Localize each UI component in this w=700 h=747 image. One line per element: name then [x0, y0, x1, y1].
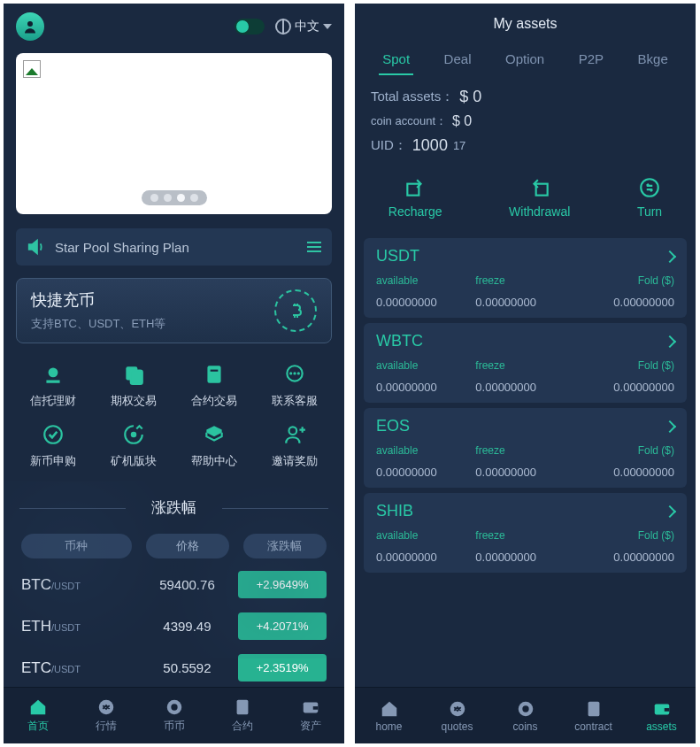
page-title: My assets [355, 4, 696, 39]
announcement-bar[interactable]: Star Pool Sharing Plan [16, 228, 332, 266]
grid-mining[interactable]: 矿机版块 [96, 418, 172, 473]
announcement-text: Star Pool Sharing Plan [55, 240, 189, 255]
quick-title: 快捷充币 [31, 289, 165, 311]
grid-contract[interactable]: 合约交易 [177, 358, 252, 412]
tab-home[interactable]: 首页 [4, 688, 72, 743]
withdrawal-button[interactable]: Withdrawal [509, 176, 570, 219]
svg-rect-26 [588, 701, 599, 716]
tab-p2p[interactable]: P2P [575, 44, 607, 75]
left-tabbar: 首页 行情 币币 合约 资产 [4, 687, 344, 743]
tab-coins[interactable]: coins [491, 688, 559, 743]
carousel-dots[interactable] [142, 190, 207, 205]
language-label: 中文 [295, 19, 319, 35]
banner-carousel[interactable] [16, 53, 332, 214]
svg-point-12 [131, 432, 137, 438]
chevron-right-icon [664, 250, 676, 262]
svg-rect-21 [535, 184, 547, 196]
quick-deposit-card[interactable]: 快捷充币 支持BTC、USDT、ETH等 [16, 278, 332, 343]
left-screen: 中文 Star Pool Sharing Plan 快捷充币 支持BTC、USD… [4, 4, 344, 743]
svg-point-1 [49, 367, 58, 377]
grid-options[interactable]: 期权交易 [96, 358, 172, 412]
table-row[interactable]: BTC/USDT59400.76+2.9649% [4, 564, 344, 605]
coin-card[interactable]: WBTC availablefreezeFold ($) 0.000000000… [364, 323, 687, 403]
feature-grid: 信托理财 期权交易 合约交易 联系客服 新币申购 矿机版块 帮助中心 邀请奖励 [16, 358, 332, 473]
summary: Total assets：$ 0 coin account：$ 0 UID：10… [355, 75, 696, 166]
broken-image-icon [23, 60, 41, 78]
svg-point-22 [641, 179, 658, 196]
svg-rect-19 [312, 706, 318, 710]
svg-point-16 [171, 704, 177, 710]
tab-quotes[interactable]: 行情 [72, 688, 140, 743]
chevron-right-icon [664, 504, 676, 517]
avatar[interactable] [16, 12, 44, 41]
coin-card[interactable]: USDT availablefreezeFold ($) 0.000000000… [364, 238, 687, 318]
svg-rect-4 [131, 371, 142, 384]
table-row[interactable]: ETH/USDT4399.49+4.2071% [4, 605, 344, 647]
quick-sub: 支持BTC、USDT、ETH等 [31, 316, 165, 332]
svg-point-23 [450, 701, 465, 716]
tab-assets[interactable]: assets [627, 688, 696, 743]
svg-rect-5 [207, 366, 220, 383]
svg-point-13 [288, 427, 296, 435]
tab-contract[interactable]: 合约 [208, 688, 276, 743]
svg-point-10 [296, 372, 299, 374]
theme-toggle[interactable] [235, 19, 265, 35]
turn-button[interactable]: Turn [637, 176, 662, 219]
svg-point-25 [522, 705, 528, 712]
chevron-right-icon [664, 420, 676, 432]
grid-help[interactable]: 帮助中心 [177, 418, 252, 473]
svg-point-9 [293, 372, 296, 374]
tab-coins[interactable]: 币币 [140, 688, 208, 743]
tab-deal[interactable]: Deal [441, 44, 475, 75]
menu-icon[interactable] [307, 242, 321, 252]
svg-rect-6 [211, 370, 219, 372]
coin-card[interactable]: EOS availablefreezeFold ($) 0.000000000.… [364, 408, 687, 488]
coin-list: USDT availablefreezeFold ($) 0.000000000… [355, 233, 696, 743]
tab-bkge[interactable]: Bkge [635, 44, 672, 75]
asset-tabs: Spot Deal Option P2P Bkge [355, 39, 696, 75]
tab-spot[interactable]: Spot [379, 44, 413, 75]
section-title: 涨跌幅 [4, 497, 344, 518]
tab-home[interactable]: home [355, 688, 423, 743]
right-tabbar: home quotes coins contract assets [355, 687, 696, 743]
chevron-down-icon [323, 24, 332, 29]
svg-rect-28 [664, 708, 669, 712]
action-row: Recharge Withdrawal Turn [355, 166, 696, 233]
table-row[interactable]: ETC/USDT50.5592+2.3519% [4, 647, 344, 689]
tab-option[interactable]: Option [502, 44, 548, 75]
tab-contract[interactable]: contract [559, 688, 627, 743]
grid-invite[interactable]: 邀请奖励 [257, 418, 332, 473]
globe-icon [275, 19, 291, 35]
tab-quotes[interactable]: quotes [423, 688, 491, 743]
svg-point-8 [289, 372, 292, 374]
svg-rect-17 [236, 700, 248, 715]
chevron-right-icon [664, 335, 676, 347]
svg-rect-20 [407, 184, 419, 196]
speaker-icon [27, 237, 46, 257]
bitcoin-icon [274, 289, 317, 332]
grid-support[interactable]: 联系客服 [257, 358, 332, 412]
grid-trust[interactable]: 信托理财 [16, 358, 91, 412]
tab-assets[interactable]: 资产 [276, 688, 344, 743]
grid-newcoin[interactable]: 新币申购 [16, 418, 91, 473]
language-selector[interactable]: 中文 [275, 19, 332, 35]
svg-point-14 [98, 700, 113, 715]
left-header: 中文 [4, 4, 344, 50]
svg-point-0 [27, 21, 33, 27]
right-screen: My assets Spot Deal Option P2P Bkge Tota… [355, 4, 696, 743]
recharge-button[interactable]: Recharge [388, 176, 442, 219]
coin-card[interactable]: SHIB availablefreezeFold ($) 0.000000000… [364, 493, 687, 573]
table-header: 币种 价格 涨跌幅 [4, 528, 344, 564]
